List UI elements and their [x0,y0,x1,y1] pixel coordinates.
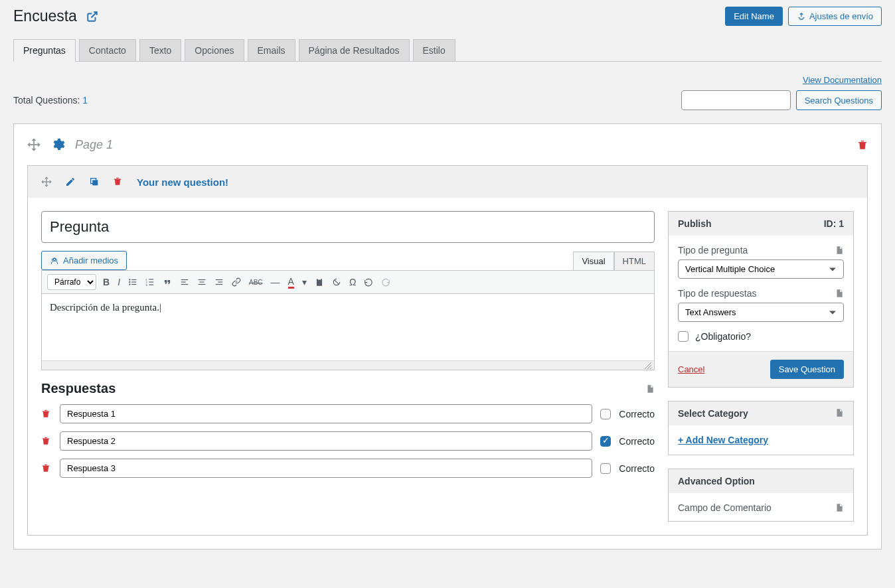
gear-icon[interactable] [50,137,65,152]
align-right-icon[interactable] [214,277,224,287]
duplicate-question-icon[interactable] [89,177,100,187]
svg-rect-28 [216,284,223,285]
total-questions: Total Questions: 1 [13,95,88,106]
correct-checkbox-2[interactable] [600,436,611,447]
add-category-link[interactable]: + Add New Category [678,435,768,445]
category-card: Select Category + Add New Category [668,401,854,455]
send-settings-button[interactable]: Ajustes de envío [788,7,882,26]
delete-answer-icon[interactable] [41,463,52,475]
delete-answer-icon[interactable] [41,435,52,447]
correct-label: Correcto [619,409,655,419]
undo-icon[interactable] [364,277,373,287]
italic-icon[interactable]: I [118,277,120,287]
page-icon [835,408,844,417]
tab-emails[interactable]: Emails [248,39,295,61]
svg-rect-30 [318,278,321,279]
omega-icon[interactable]: Ω [349,277,356,287]
page-icon [835,289,844,298]
answer-row: Correcto [41,459,655,478]
q-type-label: Tipo de pregunta [678,245,748,256]
hr-icon[interactable]: — [271,277,280,287]
edit-name-button[interactable]: Edit Name [725,7,783,26]
answer-input-2[interactable] [60,431,592,451]
correct-label: Correcto [619,463,655,474]
delete-answer-icon[interactable] [41,408,52,420]
editor-content[interactable]: Descripción de la pregunta.| [42,294,654,360]
page-icon [645,384,655,394]
ol-icon[interactable]: 123 [145,277,155,287]
advanced-card: Advanced Option Campo de Comentario [668,469,854,522]
svg-rect-15 [149,279,153,279]
resize-handle[interactable] [42,360,654,370]
cancel-link[interactable]: Cancel [678,364,704,374]
svg-rect-5 [92,180,98,185]
question-title-link[interactable]: Your new question! [137,177,228,188]
svg-point-10 [129,281,130,283]
search-questions-button[interactable]: Search Questions [796,90,882,110]
svg-rect-17 [149,281,153,282]
answer-input-3[interactable] [60,459,592,478]
editor-tab-visual[interactable]: Visual [573,252,613,270]
tab-preguntas[interactable]: Preguntas [13,39,76,62]
svg-rect-11 [131,281,136,282]
tabs: Preguntas Contacto Texto Opciones Emails… [13,39,882,62]
svg-text:3: 3 [146,283,148,287]
link-icon[interactable] [232,277,241,287]
rich-editor: Párrafo B I 123 [41,270,655,370]
main-card: Page 1 [13,123,882,550]
publish-title: Publish [678,218,712,229]
tab-contacto[interactable]: Contacto [79,39,136,61]
tab-estilo[interactable]: Estilo [413,39,455,61]
page-label: Page 1 [75,138,113,152]
save-question-button[interactable]: Save Question [770,360,844,379]
tab-opciones[interactable]: Opciones [185,39,244,61]
answer-type-select[interactable]: Text Answers [678,303,844,322]
answer-row: Correcto [41,431,655,451]
external-link-icon[interactable] [86,11,98,23]
publish-id: ID: 1 [824,218,844,229]
textcolor-icon[interactable]: A [288,276,294,289]
svg-rect-26 [216,279,223,280]
question-type-select[interactable]: Vertical Multiple Choice [678,259,844,279]
correct-checkbox-1[interactable] [600,409,611,419]
svg-rect-20 [181,279,189,280]
tab-texto[interactable]: Texto [139,39,181,61]
svg-rect-19 [149,285,153,285]
edit-question-icon[interactable] [65,177,76,187]
category-title: Select Category [678,408,748,419]
align-center-icon[interactable] [197,277,206,287]
svg-rect-29 [317,279,322,286]
ul-icon[interactable] [128,277,137,287]
paragraph-select[interactable]: Párrafo [47,274,96,290]
comment-field-label: Campo de Comentario [678,502,772,513]
answer-row: Correcto [41,404,655,423]
delete-page-icon[interactable] [857,139,868,151]
clear-icon[interactable] [332,277,341,287]
delete-question-icon[interactable] [113,176,123,188]
align-left-icon[interactable] [180,277,189,287]
editor-tab-html[interactable]: HTML [614,252,655,270]
redo-icon[interactable] [381,277,390,287]
move-question-icon[interactable] [41,177,52,187]
a-type-label: Tipo de respuestas [678,288,757,299]
chevron-down-icon[interactable]: ▾ [302,277,307,287]
view-documentation-link[interactable]: View Documentation [803,75,882,85]
correct-checkbox-3[interactable] [600,463,611,474]
svg-rect-24 [200,281,204,282]
strike-icon[interactable]: ABC [249,279,263,286]
required-checkbox[interactable] [678,331,689,342]
answer-input-1[interactable] [60,404,592,423]
svg-line-0 [91,12,96,17]
publish-card: Publish ID: 1 Tipo de pregunta Vertical … [668,211,854,388]
tab-resultados[interactable]: Página de Resultados [299,39,410,61]
svg-rect-21 [181,281,186,282]
advanced-title: Advanced Option [678,476,755,486]
add-media-button[interactable]: Añadir medios [41,251,127,270]
search-input[interactable] [681,90,791,110]
quote-icon[interactable] [163,277,172,287]
page-title: Encuesta [13,7,77,25]
bold-icon[interactable]: B [103,277,110,287]
paste-icon[interactable] [315,277,324,287]
question-text-input[interactable] [41,211,655,243]
move-icon[interactable] [27,138,41,151]
